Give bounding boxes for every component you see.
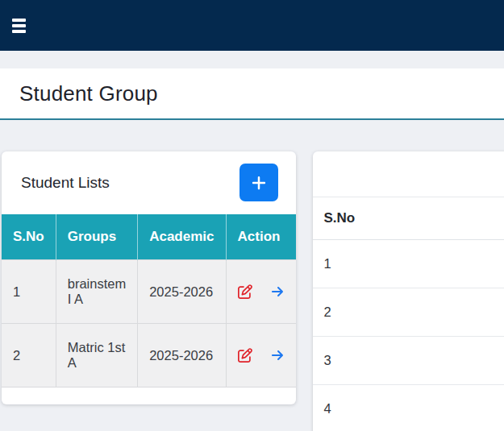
column-header-groups: Groups (56, 214, 137, 260)
arrow-right-icon (270, 349, 285, 362)
cell-actions (226, 324, 296, 387)
top-navbar (0, 0, 504, 51)
page-header: Student Group (0, 68, 504, 120)
cell-group: Matric 1st A (56, 324, 137, 387)
menu-toggle-button[interactable] (8, 15, 30, 36)
hamburger-icon (12, 24, 26, 27)
column-header-sno: S.No (313, 197, 504, 240)
edit-icon (238, 348, 252, 363)
hamburger-icon (12, 30, 26, 33)
card-header (313, 151, 504, 197)
table-header-row: S.No (313, 197, 504, 240)
hamburger-icon (12, 19, 26, 22)
student-groups-table: S.No Groups Academic Action 1 brainstem … (2, 214, 296, 387)
table-row: 2 (313, 288, 504, 337)
page-title: Student Group (19, 81, 158, 106)
students-table: S.No 1 2 3 4 (313, 197, 504, 431)
open-group-button[interactable] (270, 285, 285, 298)
arrow-right-icon (270, 285, 285, 298)
edit-button[interactable] (238, 348, 252, 363)
cell-sno: 1 (313, 240, 504, 288)
cell-academic: 2025-2026 (138, 324, 226, 387)
table-row: 1 (313, 240, 504, 288)
cell-sno: 2 (2, 324, 56, 387)
open-group-button[interactable] (270, 349, 285, 362)
edit-icon (238, 284, 252, 299)
column-header-sno: S.No (2, 214, 56, 260)
table-row: 2 Matric 1st A 2025-2026 (2, 324, 296, 387)
cell-academic: 2025-2026 (138, 260, 226, 324)
cell-group: brainstem I A (56, 260, 137, 324)
cell-sno: 1 (2, 260, 56, 324)
add-group-button[interactable]: + (240, 164, 278, 201)
column-header-academic: Academic (138, 214, 226, 260)
table-row: 3 (313, 337, 504, 385)
table-row: 1 brainstem I A 2025-2026 (2, 260, 296, 324)
card-header: Student Lists + (2, 151, 296, 214)
cell-sno: 3 (313, 337, 504, 385)
cell-actions (226, 260, 296, 324)
main-content: Student Lists + S.No Groups Academic Act… (0, 120, 504, 431)
students-card: S.No 1 2 3 4 (313, 151, 504, 431)
table-row: 4 (313, 385, 504, 431)
student-lists-card: Student Lists + S.No Groups Academic Act… (2, 151, 296, 404)
column-header-action: Action (226, 214, 296, 260)
table-header-row: S.No Groups Academic Action (2, 214, 296, 260)
card-title: Student Lists (21, 174, 110, 192)
cell-sno: 2 (313, 288, 504, 337)
cell-sno: 4 (313, 385, 504, 431)
edit-button[interactable] (238, 284, 252, 299)
plus-icon (251, 175, 267, 191)
